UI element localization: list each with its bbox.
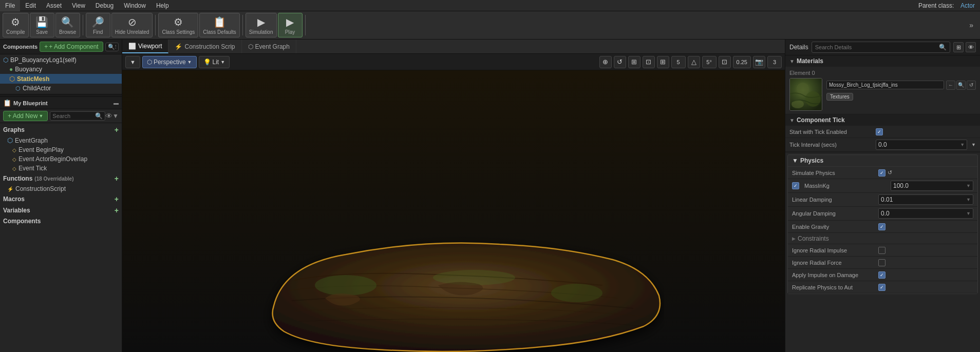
- components-search-input[interactable]: [115, 44, 116, 50]
- menu-help[interactable]: Help: [151, 0, 174, 11]
- move-tool-button[interactable]: ⊕: [599, 56, 612, 68]
- component-staticmesh[interactable]: ⬡ StaticMesh: [0, 74, 122, 84]
- viewport-toolbar: ▼ ⬡ Perspective ▼ 💡 Lit ▼ ⊕ ↺ ⊞ ⊡ ⊞ 5 △ …: [122, 54, 785, 70]
- simulation-button[interactable]: ▶ Simulation: [246, 13, 277, 37]
- blueprint-search-input[interactable]: [52, 113, 95, 119]
- compile-button[interactable]: ⚙ Compile: [3, 13, 29, 37]
- material-thumbnail[interactable]: [789, 78, 822, 111]
- components-search[interactable]: 🔍: [105, 43, 119, 51]
- enable-gravity-checkbox[interactable]: [878, 223, 885, 230]
- simulate-physics-checkbox[interactable]: [878, 169, 885, 177]
- variables-section-header[interactable]: Variables +: [0, 205, 122, 216]
- lit-button[interactable]: 💡 Lit ▼: [199, 56, 230, 68]
- construction-script-node[interactable]: ⚡ ConstructionScript: [0, 184, 122, 193]
- linear-damping-input[interactable]: 0.01 ▼: [878, 194, 973, 205]
- replicate-physics-checkbox[interactable]: [878, 284, 885, 291]
- blueprint-tree: Graphs + ⬡ EventGraph ◇ Event BeginPlay …: [0, 123, 122, 352]
- start-tick-checkbox[interactable]: [876, 128, 883, 135]
- materials-section-header[interactable]: ▼ Materials: [785, 55, 980, 67]
- macros-section-header[interactable]: Macros +: [0, 193, 122, 205]
- scale-value-button[interactable]: ⊡: [719, 56, 731, 68]
- play-button[interactable]: ▶ Play: [278, 13, 303, 37]
- menu-file[interactable]: File: [0, 0, 20, 11]
- class-defaults-button[interactable]: 📋 Class Defaults: [199, 13, 239, 37]
- ignore-radial-impulse-checkbox[interactable]: [878, 247, 885, 254]
- hide-unrelated-button[interactable]: ⊘ Hide Unrelated: [111, 13, 153, 37]
- menu-edit[interactable]: Edit: [20, 0, 41, 11]
- details-grid-button[interactable]: ⊞: [953, 42, 964, 52]
- component-self[interactable]: ⬡ BP_BuoyancyLog1(self): [0, 55, 122, 65]
- class-settings-button[interactable]: ⚙ Class Settings: [158, 13, 198, 37]
- start-tick-value: [876, 128, 976, 135]
- functions-section-header[interactable]: Functions (18 Overridable) +: [0, 173, 122, 184]
- ignore-radial-force-checkbox[interactable]: [878, 259, 885, 266]
- component-buoyancy[interactable]: ● Buoyancy: [0, 65, 122, 74]
- viewport-dropdown-button[interactable]: ▼: [125, 56, 140, 68]
- tick-interval-input[interactable]: 0.0 ▼: [876, 140, 967, 150]
- eventgraph-node[interactable]: ⬡ EventGraph: [0, 135, 122, 145]
- play-label: Play: [285, 29, 295, 35]
- save-label: Save: [36, 29, 48, 35]
- apply-impulse-checkbox[interactable]: [878, 271, 885, 279]
- find-button[interactable]: 🔎 Find: [86, 13, 110, 37]
- components-blueprint-header[interactable]: Components: [0, 216, 122, 226]
- menu-view[interactable]: View: [67, 0, 90, 11]
- physics-header[interactable]: ▼ Physics: [788, 155, 977, 167]
- material-arrow-back[interactable]: ←: [946, 81, 955, 90]
- perspective-button[interactable]: ⬡ Perspective ▼: [142, 56, 197, 68]
- event-actoroverlap-node[interactable]: ◇ Event ActorBeginOverlap: [0, 154, 122, 164]
- details-search-input[interactable]: [815, 44, 939, 50]
- macros-add-icon[interactable]: +: [115, 195, 119, 203]
- rotate-tool-button[interactable]: ↺: [614, 56, 626, 68]
- toolbar-expand-button[interactable]: »: [969, 21, 977, 29]
- graphs-section-header[interactable]: Graphs +: [0, 124, 122, 135]
- lit-label: Lit: [213, 58, 219, 66]
- constraints-row[interactable]: ▶ Constraints: [788, 233, 977, 244]
- save-button[interactable]: 💾 Save: [30, 13, 54, 37]
- graphs-add-icon[interactable]: +: [115, 126, 119, 134]
- replicate-physics-row: Replicate Physics to Aut: [788, 281, 977, 294]
- lit-chevron: ▼: [220, 60, 225, 65]
- details-eye-button[interactable]: 👁: [966, 42, 976, 52]
- details-search-box[interactable]: 🔍: [812, 42, 950, 53]
- simulate-physics-value: ↺: [878, 169, 973, 177]
- grid-button[interactable]: ⊞: [657, 56, 669, 68]
- blueprint-expand-icon[interactable]: ▬: [114, 100, 119, 106]
- component-tick-arrow: ▼: [789, 118, 795, 123]
- transform-toggle-button[interactable]: ⊡: [643, 56, 655, 68]
- material-reset-btn[interactable]: ↺: [967, 81, 976, 90]
- angle-button[interactable]: △: [688, 56, 700, 68]
- component-tick-header[interactable]: ▼ Component Tick: [785, 114, 980, 126]
- camera-button[interactable]: 📷: [753, 56, 765, 68]
- event-tick-node[interactable]: ◇ Event Tick: [0, 164, 122, 173]
- menu-window[interactable]: Window: [119, 0, 151, 11]
- blueprint-eye-icon[interactable]: 👁: [105, 112, 112, 120]
- material-search-btn[interactable]: 🔍: [956, 81, 966, 90]
- mass-in-kg-checkbox[interactable]: [792, 182, 799, 189]
- menu-asset[interactable]: Asset: [41, 0, 67, 11]
- scale-tool-button[interactable]: ⊞: [628, 56, 640, 68]
- textures-button[interactable]: Textures: [826, 93, 853, 101]
- blueprint-search-input-box[interactable]: 🔍: [50, 111, 105, 121]
- component-childactor[interactable]: ⬡ ChildActor: [0, 84, 122, 93]
- construction-tab[interactable]: ⚡ Construction Scrip: [168, 40, 241, 53]
- blueprint-chevron-icon[interactable]: ▼: [112, 112, 119, 120]
- simulate-physics-refresh-icon[interactable]: ↺: [888, 169, 892, 176]
- menu-debug[interactable]: Debug: [90, 0, 119, 11]
- tick-expand-btn[interactable]: ▼: [971, 142, 976, 147]
- mass-in-kg-input[interactable]: 100.0 ▼: [891, 181, 973, 191]
- variables-add-icon[interactable]: +: [115, 206, 119, 214]
- parent-class-link[interactable]: Actor: [960, 2, 975, 9]
- browse-button[interactable]: 🔍 Browse: [55, 13, 80, 37]
- components-section-header: Components + + Add Component 🔍: [0, 40, 122, 54]
- event-beginplay-node[interactable]: ◇ Event BeginPlay: [0, 145, 122, 154]
- event-graph-tab[interactable]: ⬡ Event Graph: [242, 40, 296, 53]
- add-new-button[interactable]: + Add New ▼: [3, 111, 48, 121]
- add-component-button[interactable]: + + Add Component: [40, 42, 103, 52]
- viewport-tab[interactable]: ⬜ Viewport: [122, 40, 168, 53]
- material-name-field[interactable]: Mossy_Birch_Log_tjsicjffa_ins: [826, 81, 944, 89]
- angular-damping-input[interactable]: 0.0 ▼: [878, 208, 973, 219]
- component-buoyancy-label: Buoyancy: [15, 66, 42, 73]
- functions-add-icon[interactable]: +: [115, 174, 119, 183]
- viewport[interactable]: [122, 70, 785, 352]
